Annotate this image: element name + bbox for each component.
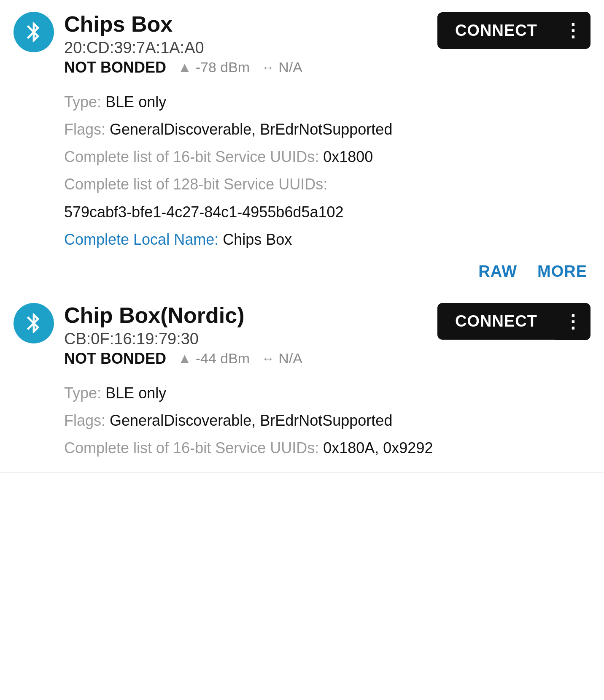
more-dots-icon-1: ⋮ [564, 20, 582, 41]
signal-row-1: ▲ -78 dBm [178, 59, 250, 76]
device-header-1: Chips Box 20:CD:39:7A:1A:A0 NOT BONDED ▲… [13, 12, 591, 76]
more-dots-icon-2: ⋮ [564, 311, 582, 332]
type-value-2: BLE only [105, 384, 166, 402]
device-info-1: Chips Box 20:CD:39:7A:1A:A0 NOT BONDED ▲… [64, 12, 427, 76]
bluetooth-avatar-1 [13, 12, 54, 52]
device-details-1: Type: BLE only Flags: GeneralDiscoverabl… [64, 89, 591, 252]
uuid128-value-row-1: 579cabf3-bfe1-4c27-84c1-4955b6d5a102 [64, 199, 591, 225]
uuid16-value-1: 0x1800 [323, 148, 373, 165]
device-status-row-2: NOT BONDED ▲ -44 dBm ↔ N/A [64, 350, 427, 368]
signal-row-2: ▲ -44 dBm [178, 350, 250, 367]
bond-status-1: NOT BONDED [64, 59, 166, 76]
device-name-1: Chips Box [64, 12, 427, 37]
uuid16-value-2: 0x180A, 0x9292 [323, 439, 433, 457]
device-name-2: Chip Box(Nordic) [64, 303, 427, 328]
type-value-1: BLE only [105, 93, 166, 111]
flags-row-1: Flags: GeneralDiscoverable, BrEdrNotSupp… [64, 116, 591, 142]
arrow-lr-icon-1: ↔ [262, 60, 274, 75]
signal-dbm-2: -44 dBm [196, 350, 250, 367]
connect-btn-wrap-1: CONNECT ⋮ [437, 12, 591, 49]
uuid16-label-2: Complete list of 16-bit Service UUIDs: [64, 439, 319, 457]
connect-button-1[interactable]: CONNECT [437, 12, 555, 49]
uuid16-row-2: Complete list of 16-bit Service UUIDs: 0… [64, 435, 591, 461]
action-row-1: RAW MORE [13, 262, 587, 281]
distance-row-2: ↔ N/A [262, 350, 302, 367]
signal-triangle-icon-2: ▲ [178, 351, 191, 366]
type-label-1: Type: [64, 93, 101, 111]
device-details-2: Type: BLE only Flags: GeneralDiscoverabl… [64, 380, 591, 461]
signal-triangle-icon-1: ▲ [178, 59, 191, 75]
more-button-1[interactable]: MORE [537, 262, 587, 281]
local-name-row-1: Complete Local Name: Chips Box [64, 227, 591, 252]
type-row-1: Type: BLE only [64, 89, 591, 115]
uuid16-row-1: Complete list of 16-bit Service UUIDs: 0… [64, 144, 591, 170]
uuid128-value-1: 579cabf3-bfe1-4c27-84c1-4955b6d5a102 [64, 203, 344, 221]
device-mac-1: 20:CD:39:7A:1A:A0 [64, 39, 427, 57]
flags-label-2: Flags: [64, 412, 105, 429]
device-card-2: Chip Box(Nordic) CB:0F:16:19:79:30 NOT B… [0, 291, 604, 473]
uuid128-row-1: Complete list of 128-bit Service UUIDs: [64, 171, 591, 197]
distance-1: N/A [278, 59, 302, 76]
connect-btn-wrap-2: CONNECT ⋮ [437, 303, 591, 340]
device-mac-2: CB:0F:16:19:79:30 [64, 330, 427, 348]
distance-row-1: ↔ N/A [262, 59, 302, 76]
more-dots-button-2[interactable]: ⋮ [555, 303, 591, 340]
flags-value-1: GeneralDiscoverable, BrEdrNotSupported [110, 121, 392, 138]
flags-row-2: Flags: GeneralDiscoverable, BrEdrNotSupp… [64, 408, 591, 433]
flags-value-2: GeneralDiscoverable, BrEdrNotSupported [110, 412, 392, 429]
bluetooth-icon-1 [22, 20, 46, 44]
device-status-row-1: NOT BONDED ▲ -78 dBm ↔ N/A [64, 59, 427, 76]
connect-button-2[interactable]: CONNECT [437, 303, 555, 340]
type-row-2: Type: BLE only [64, 380, 591, 406]
more-dots-button-1[interactable]: ⋮ [555, 12, 591, 49]
local-name-label-1: Complete Local Name: [64, 231, 218, 248]
bluetooth-avatar-2 [13, 303, 54, 343]
device-header-2: Chip Box(Nordic) CB:0F:16:19:79:30 NOT B… [13, 303, 591, 368]
device-info-2: Chip Box(Nordic) CB:0F:16:19:79:30 NOT B… [64, 303, 427, 368]
local-name-value-1: Chips Box [223, 231, 292, 248]
uuid128-label-1: Complete list of 128-bit Service UUIDs: [64, 176, 327, 193]
distance-2: N/A [278, 350, 302, 367]
uuid16-label-1: Complete list of 16-bit Service UUIDs: [64, 148, 319, 165]
flags-label-1: Flags: [64, 121, 105, 138]
bond-status-2: NOT BONDED [64, 350, 166, 368]
raw-button-1[interactable]: RAW [478, 262, 517, 281]
bluetooth-icon-2 [22, 311, 46, 335]
device-card-1: Chips Box 20:CD:39:7A:1A:A0 NOT BONDED ▲… [0, 0, 604, 291]
arrow-lr-icon-2: ↔ [262, 351, 274, 366]
signal-dbm-1: -78 dBm [196, 59, 250, 76]
type-label-2: Type: [64, 384, 101, 402]
